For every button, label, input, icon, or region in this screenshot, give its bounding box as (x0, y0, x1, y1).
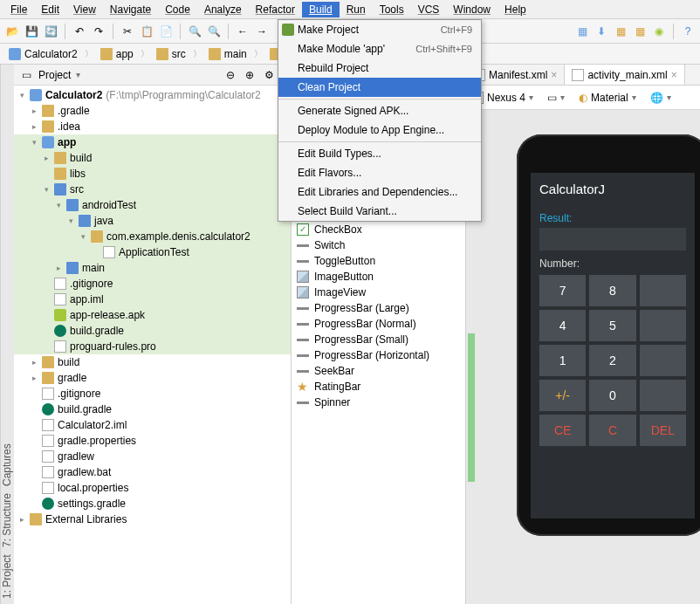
menu-item[interactable]: Make Module 'app'Ctrl+Shift+F9 (278, 39, 481, 58)
target-icon[interactable]: ⊕ (243, 68, 257, 82)
tree-node[interactable]: ▸.idea (14, 119, 291, 134)
menu-item[interactable]: Edit Flavors... (278, 163, 481, 182)
forward-icon[interactable]: → (255, 24, 269, 38)
tree-arrow-icon[interactable]: ▾ (54, 201, 63, 209)
gear-icon[interactable]: ⚙ (262, 68, 276, 82)
tree-arrow-icon[interactable]: ▸ (54, 264, 63, 272)
menu-vcs[interactable]: VCS (411, 2, 447, 17)
menu-help[interactable]: Help (498, 2, 533, 17)
tree-node[interactable]: Calculator2.iml (14, 417, 291, 433)
breadcrumb-item[interactable]: app (97, 47, 137, 61)
menu-code[interactable]: Code (158, 2, 197, 17)
keypad-key[interactable] (640, 275, 686, 306)
menu-item[interactable]: Deploy Module to App Engine... (278, 120, 481, 140)
keypad-key[interactable]: 7 (539, 275, 586, 306)
menu-build[interactable]: Build (302, 2, 340, 17)
tree-arrow-icon[interactable]: ▾ (30, 138, 38, 147)
palette-item[interactable]: ProgressBar (Normal) (292, 316, 465, 332)
tree-arrow-icon[interactable]: ▾ (66, 216, 75, 225)
menu-analyze[interactable]: Analyze (197, 2, 249, 17)
keypad-key[interactable]: 4 (539, 310, 586, 341)
keypad-key[interactable]: 0 (589, 380, 635, 411)
palette-item[interactable]: ★RatingBar (292, 379, 465, 395)
result-field[interactable] (539, 228, 686, 251)
orientation-dropdown[interactable]: ▭▾ (544, 90, 568, 106)
back-icon[interactable]: ← (236, 24, 250, 38)
keypad-key[interactable]: 1 (539, 345, 586, 376)
menu-item[interactable]: Make ProjectCtrl+F9 (278, 20, 481, 39)
keypad-key[interactable] (640, 345, 686, 376)
tree-arrow-icon[interactable]: ▸ (30, 358, 38, 367)
menu-refactor[interactable]: Refactor (249, 2, 302, 17)
palette-item[interactable]: SeekBar (292, 363, 465, 379)
tree-node[interactable]: ▸.gradle (14, 103, 291, 119)
menu-item[interactable]: Edit Libraries and Dependencies... (278, 182, 481, 202)
tree-node[interactable]: ▾java (14, 213, 291, 229)
menu-edit[interactable]: Edit (34, 2, 66, 17)
sync-icon[interactable]: 🔄 (44, 24, 58, 38)
monitor-icon[interactable]: ▦ (633, 24, 647, 38)
tree-node[interactable]: proguard-rules.pro (14, 339, 291, 354)
tree-node[interactable]: app.iml (14, 292, 291, 307)
project-tree[interactable]: ▾Calculator2 (F:\tmp\Programming\Calcula… (14, 86, 291, 604)
breadcrumb-item[interactable]: src (153, 47, 189, 61)
tree-node[interactable]: gradlew (14, 449, 291, 464)
sdk-icon[interactable]: ⬇ (594, 24, 608, 38)
tree-node[interactable]: local.properties (14, 480, 291, 496)
keypad-key[interactable]: 2 (589, 345, 635, 376)
menu-item[interactable]: Rebuild Project (278, 58, 481, 78)
tree-node[interactable]: ▸build (14, 354, 291, 370)
tree-node[interactable]: gradle.properties (14, 433, 291, 449)
palette-item[interactable]: ProgressBar (Horizontal) (292, 347, 465, 363)
tool-window-tab[interactable]: 7: Structure (1, 493, 14, 547)
tree-node[interactable]: ▸External Libraries (14, 511, 291, 527)
tree-node[interactable]: ▸build (14, 150, 291, 166)
menu-item[interactable]: Select Build Variant... (278, 202, 481, 221)
tree-arrow-icon[interactable]: ▸ (42, 154, 51, 162)
build-menu-dropdown[interactable]: Make ProjectCtrl+F9Make Module 'app'Ctrl… (278, 19, 482, 222)
menu-item[interactable]: Clean Project (278, 78, 481, 97)
palette-item[interactable]: ToggleButton (292, 253, 465, 269)
avd-icon[interactable]: ▦ (575, 24, 589, 38)
palette-item[interactable]: ImageButton (292, 269, 465, 285)
keypad-key[interactable]: CE (539, 415, 586, 446)
keypad-key[interactable]: 8 (589, 275, 635, 306)
redo-icon[interactable]: ↷ (92, 24, 106, 38)
tree-node[interactable]: ▾src (14, 182, 291, 197)
close-icon[interactable]: × (671, 69, 677, 81)
tool-window-tab[interactable]: 1: Project (1, 554, 14, 599)
tree-node[interactable]: gradlew.bat (14, 464, 291, 480)
menu-window[interactable]: Window (446, 2, 498, 17)
undo-icon[interactable]: ↶ (72, 24, 86, 38)
tree-node[interactable]: ▾androidTest (14, 197, 291, 213)
android-icon[interactable]: ◉ (652, 24, 666, 38)
close-icon[interactable]: × (551, 69, 557, 81)
palette-item[interactable]: ProgressBar (Small) (292, 332, 465, 347)
keypad-key[interactable]: +/- (539, 380, 586, 411)
tree-node[interactable]: ▾com.example.denis.calculator2 (14, 229, 291, 244)
replace-icon[interactable]: 🔍 (207, 24, 221, 38)
tree-node[interactable]: libs (14, 166, 291, 182)
menu-view[interactable]: View (66, 2, 103, 17)
tree-arrow-icon[interactable]: ▾ (17, 91, 26, 100)
open-icon[interactable]: 📂 (5, 24, 19, 38)
keypad-key[interactable]: C (589, 415, 635, 446)
menu-item[interactable]: Edit Build Types... (278, 144, 481, 163)
locale-dropdown[interactable]: 🌐▾ (647, 90, 675, 106)
keypad-key[interactable]: 5 (589, 310, 635, 341)
tree-node[interactable]: build.gradle (14, 323, 291, 339)
tree-node[interactable]: ▸main (14, 260, 291, 276)
menu-file[interactable]: File (3, 2, 34, 17)
menu-run[interactable]: Run (340, 2, 373, 17)
lint-marker[interactable] (468, 333, 475, 482)
keypad-key[interactable] (640, 380, 686, 411)
tree-arrow-icon[interactable]: ▾ (42, 185, 51, 194)
collapse-icon[interactable]: ⊖ (223, 68, 237, 82)
palette-item[interactable]: ProgressBar (Large) (292, 300, 465, 316)
tree-node[interactable]: build.gradle (14, 402, 291, 417)
tree-node[interactable]: settings.gradle (14, 496, 291, 511)
cut-icon[interactable]: ✂ (120, 24, 134, 38)
help-icon[interactable]: ? (681, 24, 695, 38)
menu-navigate[interactable]: Navigate (103, 2, 158, 17)
tree-node[interactable]: ApplicationTest (14, 244, 291, 260)
